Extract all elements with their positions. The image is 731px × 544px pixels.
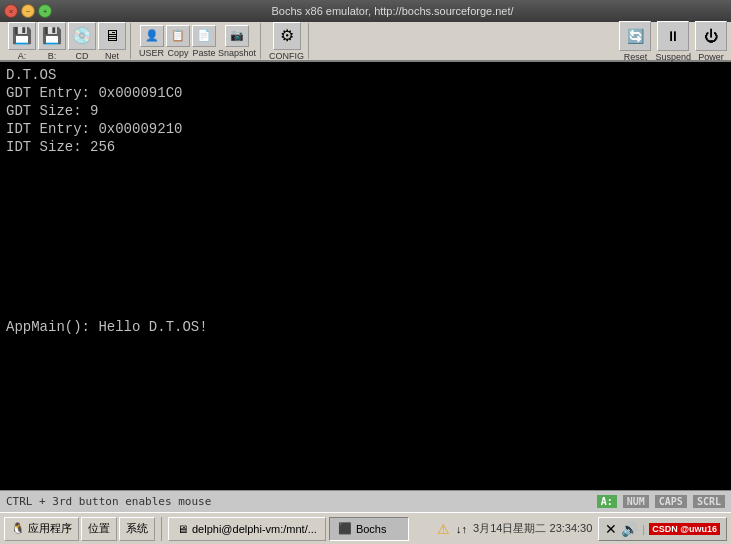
window-controls: × − + <box>4 4 52 18</box>
floppy-b-label: B: <box>48 51 57 61</box>
network-icon[interactable]: 🖥 <box>98 22 126 50</box>
network-tray-icon: ↓↑ <box>456 523 467 535</box>
screen-line: IDT Entry: 0x00009210 <box>6 120 725 138</box>
reset-button[interactable]: 🔄 <box>619 21 651 51</box>
network-label: Net <box>105 51 119 61</box>
taskbar: 🐧 应用程序 位置 系统 🖥 delphi@delphi-vm:/mnt/...… <box>0 512 731 544</box>
window-title: Bochs x86 emulator, http://bochs.sourcef… <box>58 5 727 17</box>
screen-line <box>6 462 725 480</box>
warning-icon: ⚠ <box>437 521 450 537</box>
config-label: CONFIG <box>269 51 304 61</box>
indicator-caps: CAPS <box>655 495 687 508</box>
floppy-a: 💾 A: <box>8 22 36 61</box>
title-bar: × − + Bochs x86 emulator, http://bochs.s… <box>0 0 731 22</box>
indicator-a: A: <box>597 495 617 508</box>
snapshot-label: Snapshot <box>218 48 256 58</box>
screen-line <box>6 354 725 372</box>
suspend-col: ⏸ Suspend <box>655 21 691 62</box>
floppy-b: 💾 B: <box>38 22 66 61</box>
taskbar-app-terminal[interactable]: 🖥 delphi@delphi-vm:/mnt/... <box>168 517 326 541</box>
indicator-scrl: SCRL <box>693 495 725 508</box>
user-icon[interactable]: 👤 <box>140 25 164 47</box>
screen-line <box>6 426 725 444</box>
tray-vol-icon[interactable]: 🔊 <box>621 521 638 537</box>
terminal-icon: 🖥 <box>177 523 188 535</box>
csdn-badge[interactable]: CSDN @uwu16 <box>649 523 720 535</box>
screen-line <box>6 282 725 300</box>
system-tray: ✕ 🔊 | CSDN @uwu16 <box>598 517 727 541</box>
taskbar-app-bochs[interactable]: ⬛ Bochs <box>329 517 409 541</box>
start-places-button[interactable]: 位置 <box>81 517 117 541</box>
screen-line <box>6 336 725 354</box>
screen-line <box>6 192 725 210</box>
taskbar-tray-area: ⚠ ↓↑ 3月14日星期二 23:34:30 ✕ 🔊 | CSDN @uwu16 <box>437 517 727 541</box>
tray-close-icon[interactable]: ✕ <box>605 521 617 537</box>
screen-line <box>6 264 725 282</box>
start-apps-button[interactable]: 🐧 应用程序 <box>4 517 79 541</box>
tray-separator: | <box>642 523 645 535</box>
screen-line <box>6 300 725 318</box>
screen-line: GDT Size: 9 <box>6 102 725 120</box>
cdrom-icon[interactable]: 💿 <box>68 22 96 50</box>
cdrom-label: CD <box>76 51 89 61</box>
screen-line: D.T.OS <box>6 66 725 84</box>
copy-col: 📋 Copy <box>166 25 190 58</box>
floppy-a-icon[interactable]: 💾 <box>8 22 36 50</box>
screen-line <box>6 480 725 490</box>
suspend-label: Suspend <box>655 52 691 62</box>
terminal-label: delphi@delphi-vm:/mnt/... <box>192 523 317 535</box>
screen-line <box>6 246 725 264</box>
system-label: 系统 <box>126 521 148 536</box>
taskbar-start: 🐧 应用程序 位置 系统 <box>4 517 155 541</box>
snapshot-icon[interactable]: 📷 <box>225 25 249 47</box>
taskbar-apps: 🖥 delphi@delphi-vm:/mnt/... ⬛ Bochs <box>168 517 409 541</box>
start-system-button[interactable]: 系统 <box>119 517 155 541</box>
power-button[interactable]: ⏻ <box>695 21 727 51</box>
drive-section: 💾 A: 💾 B: 💿 CD 🖥 Net <box>4 23 131 59</box>
bochs-icon: ⬛ <box>338 522 352 535</box>
taskbar-sep-1 <box>161 517 162 541</box>
config-icon[interactable]: ⚙ <box>273 22 301 50</box>
screen-line <box>6 372 725 390</box>
reset-label: Reset <box>624 52 648 62</box>
indicator-num: NUM <box>623 495 649 508</box>
power-col: ⏻ Power <box>695 21 727 62</box>
config-section: ⚙ CONFIG <box>265 23 309 59</box>
user-label: USER <box>139 48 164 58</box>
floppy-b-icon[interactable]: 💾 <box>38 22 66 50</box>
paste-col: 📄 Paste <box>192 25 216 58</box>
network: 🖥 Net <box>98 22 126 61</box>
screen-line <box>6 444 725 462</box>
screen-line <box>6 408 725 426</box>
apps-label: 应用程序 <box>28 521 72 536</box>
emulator-screen[interactable]: D.T.OSGDT Entry: 0x000091C0GDT Size: 9ID… <box>0 62 731 490</box>
close-button[interactable]: × <box>4 4 18 18</box>
screen-line <box>6 210 725 228</box>
cdrom: 💿 CD <box>68 22 96 61</box>
status-bar: CTRL + 3rd button enables mouse A: NUM C… <box>0 490 731 512</box>
screen-line: AppMain(): Hello D.T.OS! <box>6 318 725 336</box>
screen-line <box>6 390 725 408</box>
maximize-button[interactable]: + <box>38 4 52 18</box>
places-label: 位置 <box>88 521 110 536</box>
screen-line <box>6 174 725 192</box>
power-label: Power <box>698 52 724 62</box>
copy-label: Copy <box>168 48 189 58</box>
paste-label: Paste <box>193 48 216 58</box>
status-hint: CTRL + 3rd button enables mouse <box>6 495 591 508</box>
reset-col: 🔄 Reset <box>619 21 651 62</box>
apps-icon: 🐧 <box>11 522 25 535</box>
paste-icon[interactable]: 📄 <box>192 25 216 47</box>
toolbar: 💾 A: 💾 B: 💿 CD 🖥 Net 👤 USER 📋 Copy 📄 Pas… <box>0 22 731 62</box>
screen-line <box>6 156 725 174</box>
copy-icon[interactable]: 📋 <box>166 25 190 47</box>
suspend-button[interactable]: ⏸ <box>657 21 689 51</box>
bochs-label: Bochs <box>356 523 387 535</box>
snapshot-col: 📷 Snapshot <box>218 25 256 58</box>
floppy-a-label: A: <box>18 51 27 61</box>
screen-line: GDT Entry: 0x000091C0 <box>6 84 725 102</box>
config-col: ⚙ CONFIG <box>269 22 304 61</box>
minimize-button[interactable]: − <box>21 4 35 18</box>
user-col: 👤 USER <box>139 25 164 58</box>
screen-line <box>6 228 725 246</box>
